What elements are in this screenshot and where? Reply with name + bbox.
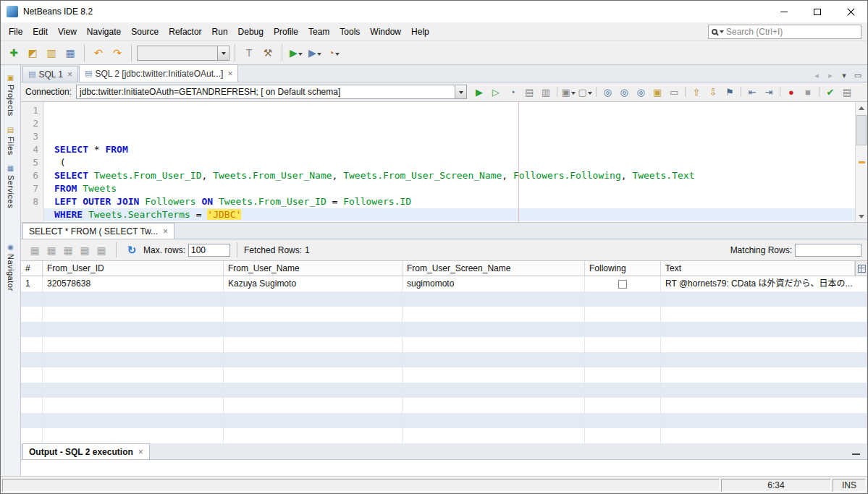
build-project-icon[interactable]: ⚒ [259, 44, 277, 61]
next-occurrence-icon[interactable]: ⇩ [705, 84, 721, 100]
connection-combo[interactable]: jdbc:twitter:InitiateOAuth=GETANDREFRESH… [76, 85, 467, 99]
sql-history-icon[interactable]: ◔ [505, 84, 521, 100]
scroll-down-icon[interactable] [856, 210, 867, 222]
new-file-icon[interactable]: ✚ [5, 44, 22, 61]
toggle-highlight-icon[interactable]: ▣ [649, 84, 665, 100]
column-settings-icon[interactable] [855, 261, 867, 276]
column-header-2[interactable]: From_User_Name [224, 261, 403, 276]
find-previous-icon[interactable]: ◎ [633, 84, 649, 100]
find-next-icon[interactable]: ◎ [616, 84, 632, 100]
sidebar-tab-navigator[interactable]: ◉Navigator [1, 239, 20, 297]
connection-dropdown-icon[interactable] [455, 85, 466, 98]
code-line-3[interactable]: SELECT Tweets.From_User_ID, Tweets.From_… [44, 169, 855, 182]
code-line-5[interactable]: LEFT OUTER JOIN Followers ON Tweets.From… [44, 195, 855, 208]
code-line-4[interactable]: FROM Tweets [44, 182, 855, 195]
delete-records-icon[interactable]: ▦ [43, 242, 59, 258]
stop-macro-recording-icon[interactable]: ■ [800, 84, 816, 100]
shift-right-icon[interactable]: ⇥ [761, 84, 777, 100]
refresh-button[interactable]: ↻ [123, 242, 140, 259]
maximize-button[interactable] [801, 1, 834, 22]
results-tab[interactable]: SELECT * FROM ( SELECT Tw... × [22, 223, 174, 239]
sidebar-tab-files[interactable]: ▤Files [1, 122, 20, 161]
menu-item-tools[interactable]: Tools [334, 24, 365, 40]
format-sql-icon[interactable]: ▤ [839, 84, 855, 100]
close-tab-icon[interactable]: × [227, 69, 232, 79]
sql-editor[interactable]: 12345678 SELECT * FROM (SELECT Tweets.Fr… [21, 102, 867, 223]
editor-tab-1[interactable]: ▤SQL 1× [22, 66, 78, 82]
truncate-table-icon[interactable]: ▦ [93, 242, 109, 258]
code-line-1[interactable]: SELECT * FROM [44, 143, 855, 156]
sql-script-icon[interactable]: ▤ [521, 84, 537, 100]
open-project-icon[interactable]: ▥ [43, 44, 60, 61]
run-project-icon[interactable]: ▶ [287, 44, 305, 61]
following-checkbox[interactable] [618, 280, 627, 289]
profile-project-icon[interactable]: ◔ [325, 44, 342, 61]
search-input[interactable] [726, 27, 858, 37]
sidebar-tab-projects[interactable]: ▣Projects [1, 69, 20, 122]
cancel-edits-icon[interactable]: ▦ [77, 242, 93, 258]
sidebar-tab-services[interactable]: ▦Services [1, 160, 20, 213]
shift-left-icon[interactable]: ⇤ [744, 84, 760, 100]
find-icon[interactable]: ◎ [599, 84, 615, 100]
replace-icon[interactable]: ▭ [666, 84, 682, 100]
menu-item-navigate[interactable]: Navigate [82, 24, 126, 40]
result-options-icon[interactable]: ▢ [577, 84, 593, 100]
editor-code[interactable]: SELECT * FROM (SELECT Tweets.From_User_I… [44, 102, 855, 222]
quick-search[interactable] [708, 25, 861, 39]
table-row[interactable]: 1320578638Kazuya SugimotosugimomotoRT @h… [21, 276, 867, 291]
column-header-1[interactable]: From_User_ID [43, 261, 224, 276]
toggle-bookmark-icon[interactable]: ⚑ [722, 84, 738, 100]
keep-prior-result-icon[interactable]: ▥ [538, 84, 554, 100]
tab-dropdown-icon[interactable]: ▾ [838, 69, 851, 82]
search-dropdown-icon[interactable] [720, 30, 724, 35]
column-header-0[interactable]: # [21, 261, 43, 276]
editor-tab-2[interactable]: ▤SQL 2 [jdbc:twitter:InitiateOAut...]× [79, 64, 238, 82]
menu-item-team[interactable]: Team [303, 24, 334, 40]
menu-item-view[interactable]: View [53, 24, 82, 40]
insert-record-icon[interactable]: ▦ [27, 242, 43, 258]
column-header-5[interactable]: Text [661, 261, 855, 276]
deploy-icon[interactable]: T [240, 44, 258, 61]
close-output-tab-icon[interactable]: × [138, 447, 143, 457]
redo-icon[interactable]: ↷ [109, 44, 126, 61]
max-rows-input[interactable] [188, 244, 230, 257]
column-header-4[interactable]: Following [585, 261, 661, 276]
scroll-up-icon[interactable] [856, 102, 867, 114]
new-project-icon[interactable]: ◩ [24, 44, 41, 61]
output-tab[interactable]: Output - SQL 2 execution × [22, 443, 150, 459]
output-content[interactable] [21, 460, 867, 476]
menu-item-profile[interactable]: Profile [269, 24, 303, 40]
code-line-2[interactable]: ( [44, 156, 855, 169]
maximize-editor-icon[interactable]: ▭ [851, 69, 864, 82]
minimize-button[interactable] [767, 1, 801, 22]
editor-scrollbar[interactable] [855, 102, 867, 222]
column-header-3[interactable]: From_User_Screen_Name [403, 261, 585, 276]
menu-item-run[interactable]: Run [207, 24, 233, 40]
save-all-icon[interactable]: ▦ [62, 44, 79, 61]
menu-item-file[interactable]: File [4, 24, 28, 40]
minimize-output-icon[interactable] [852, 449, 860, 455]
config-combo-dropdown-icon[interactable] [217, 46, 229, 60]
matching-rows-input[interactable] [795, 244, 861, 257]
menu-item-edit[interactable]: Edit [28, 24, 53, 40]
validate-sql-icon[interactable]: ✔ [822, 84, 838, 100]
scroll-tabs-left-icon[interactable]: ◂ [810, 69, 823, 82]
code-line-7[interactable]: ) [44, 221, 855, 222]
scrollbar-track[interactable] [856, 114, 867, 210]
scrollbar-thumb[interactable] [856, 115, 867, 145]
code-line-6[interactable]: WHERE Tweets.SearchTerms = 'JDBC' [44, 208, 855, 221]
title-bar[interactable]: NetBeans IDE 8.2 [1, 1, 867, 22]
run-sql-icon[interactable]: ▶ [471, 84, 487, 100]
config-combo[interactable] [137, 46, 229, 61]
close-results-tab-icon[interactable]: × [163, 226, 168, 237]
close-button[interactable] [834, 1, 867, 22]
menu-item-window[interactable]: Window [365, 24, 406, 40]
menu-item-refactor[interactable]: Refactor [164, 24, 206, 40]
start-macro-recording-icon[interactable]: ● [783, 84, 799, 100]
run-statement-icon[interactable]: ▷ [488, 84, 504, 100]
debug-project-icon[interactable]: ▶ [306, 44, 324, 61]
menu-item-help[interactable]: Help [406, 24, 434, 40]
menu-item-debug[interactable]: Debug [233, 24, 269, 40]
scroll-tabs-right-icon[interactable]: ▸ [824, 69, 837, 82]
visible-columns-icon[interactable]: ▣ [560, 84, 576, 100]
